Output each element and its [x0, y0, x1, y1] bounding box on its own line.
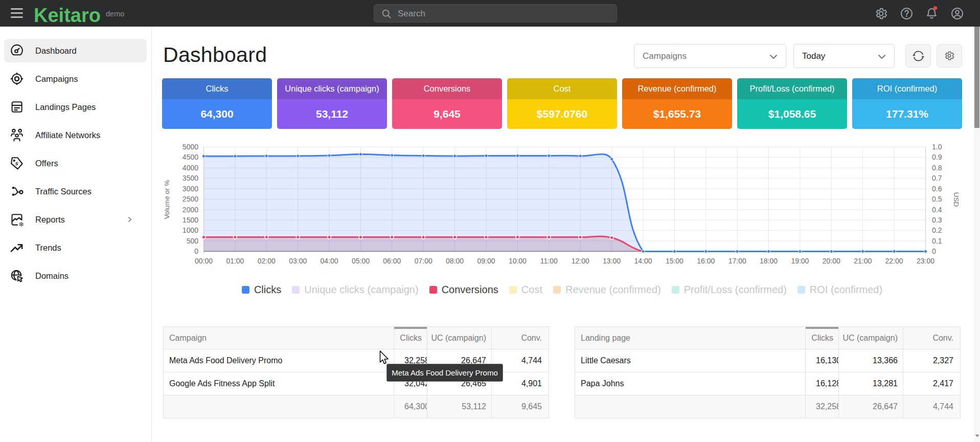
svg-text:3000: 3000 [183, 185, 198, 193]
svg-text:02:00: 02:00 [258, 257, 276, 265]
svg-text:1000: 1000 [183, 226, 198, 234]
svg-text:0.5: 0.5 [932, 195, 942, 203]
svg-text:0.1: 0.1 [932, 237, 942, 245]
svg-text:0.3: 0.3 [932, 216, 942, 224]
svg-text:07:00: 07:00 [415, 257, 432, 265]
svg-text:09:00: 09:00 [477, 257, 495, 265]
svg-text:0.2: 0.2 [932, 226, 942, 234]
svg-text:1500: 1500 [183, 216, 198, 224]
svg-text:11:00: 11:00 [540, 257, 558, 265]
svg-text:06:00: 06:00 [383, 257, 401, 265]
svg-text:5000: 5000 [183, 143, 198, 151]
svg-text:500: 500 [187, 237, 199, 245]
svg-text:20:00: 20:00 [823, 257, 840, 265]
svg-text:03:00: 03:00 [289, 257, 307, 265]
svg-text:12:00: 12:00 [572, 257, 589, 265]
svg-text:0.7: 0.7 [932, 174, 942, 182]
svg-text:0.8: 0.8 [932, 164, 942, 172]
svg-text:USD: USD [952, 192, 960, 207]
svg-text:01:00: 01:00 [226, 257, 244, 265]
svg-text:4500: 4500 [183, 153, 198, 161]
svg-text:10:00: 10:00 [509, 257, 527, 265]
svg-text:3500: 3500 [183, 174, 198, 182]
svg-text:14:00: 14:00 [634, 257, 652, 265]
svg-text:08:00: 08:00 [446, 257, 464, 265]
svg-text:2500: 2500 [183, 195, 198, 203]
svg-text:0: 0 [194, 247, 198, 255]
svg-text:05:00: 05:00 [352, 257, 370, 265]
svg-text:19:00: 19:00 [791, 257, 809, 265]
svg-text:1.0: 1.0 [932, 143, 942, 151]
svg-text:2000: 2000 [183, 206, 198, 214]
svg-text:21:00: 21:00 [854, 257, 872, 265]
svg-text:Volume or %: Volume or % [163, 180, 171, 219]
svg-text:0.9: 0.9 [932, 153, 942, 161]
svg-text:0.6: 0.6 [932, 185, 942, 193]
svg-text:0.4: 0.4 [932, 206, 942, 214]
svg-text:17:00: 17:00 [728, 257, 746, 265]
svg-text:22:00: 22:00 [885, 257, 903, 265]
svg-text:04:00: 04:00 [321, 257, 338, 265]
svg-text:0: 0 [932, 247, 936, 255]
svg-text:4000: 4000 [183, 164, 198, 172]
svg-text:16:00: 16:00 [697, 257, 715, 265]
svg-text:13:00: 13:00 [603, 257, 621, 265]
svg-text:23:00: 23:00 [917, 257, 935, 265]
svg-text:18:00: 18:00 [760, 257, 778, 265]
svg-text:15:00: 15:00 [666, 257, 683, 265]
svg-text:00:00: 00:00 [195, 257, 213, 265]
